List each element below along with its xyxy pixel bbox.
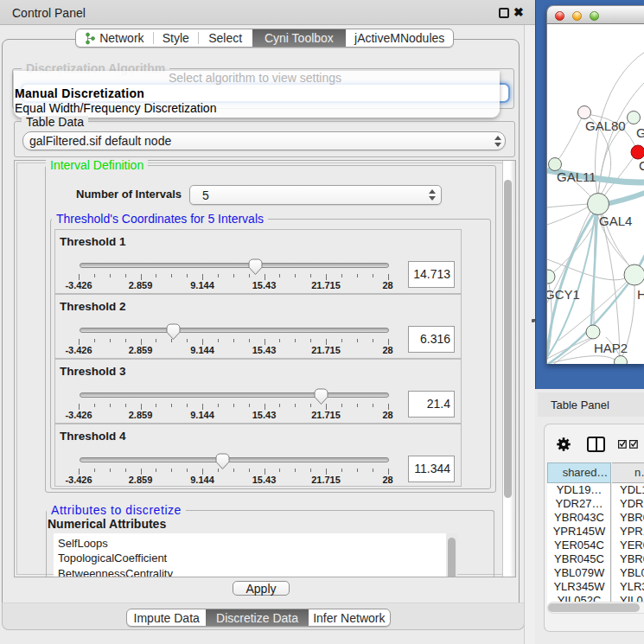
svg-text:G: G [636, 125, 644, 140]
svg-text:GAL11: GAL11 [557, 169, 596, 184]
svg-text:GCY1: GCY1 [547, 287, 580, 302]
svg-text:H: H [637, 287, 644, 302]
svg-text:GAL80: GAL80 [585, 118, 626, 133]
svg-text:HAP2: HAP2 [594, 341, 628, 355]
svg-text:GAL4: GAL4 [599, 214, 632, 228]
svg-text:C: C [639, 158, 644, 173]
